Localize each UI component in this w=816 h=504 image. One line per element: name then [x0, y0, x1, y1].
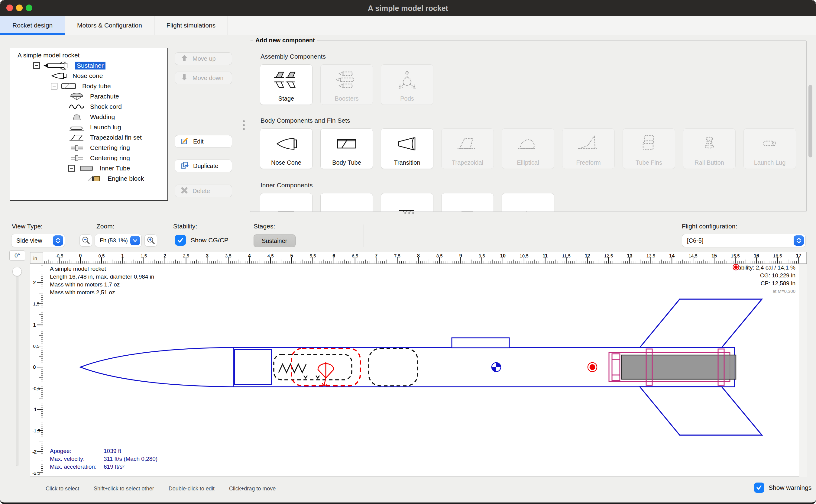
- flight-config-select[interactable]: [C6-5]: [682, 234, 806, 247]
- svg-text:4,5: 4,5: [267, 253, 274, 258]
- move-down-button[interactable]: Move down: [175, 72, 232, 84]
- bodytube-icon: [60, 82, 77, 90]
- tree-item-label: Wadding: [88, 113, 117, 121]
- tree-expander-icon[interactable]: [33, 62, 40, 69]
- tiles-row-assembly-components: StageBoostersPods: [260, 64, 433, 105]
- tree-item-wadding[interactable]: Wadding: [10, 112, 167, 122]
- svg-text:14: 14: [669, 253, 675, 258]
- show-cgcp-checkbox[interactable]: [175, 235, 186, 246]
- fin-lower-outline: [640, 387, 762, 435]
- show-cgcp-label: Show CG/CP: [191, 237, 228, 244]
- canvas-hints: Click to selectShift+click to select oth…: [46, 486, 290, 492]
- tree-item-centering-ring[interactable]: Centering ring: [10, 143, 167, 153]
- svg-text:1: 1: [33, 322, 36, 328]
- engineblock-icon: [86, 175, 103, 183]
- zoom-out-button[interactable]: [79, 234, 92, 247]
- svg-text:0,5: 0,5: [98, 253, 105, 258]
- duplicate-button[interactable]: Duplicate: [175, 160, 232, 172]
- tab-flight-simulations[interactable]: Flight simulations: [154, 16, 228, 35]
- component-tile-launch-lug: Launch Lug: [743, 128, 796, 169]
- tab-motors-configuration[interactable]: Motors & Configuration: [65, 16, 154, 35]
- rocket-info-line: Mass with no motors 1,7 oz: [50, 281, 154, 289]
- delete-button[interactable]: Delete: [175, 185, 232, 197]
- tile-label: Elliptical: [517, 159, 539, 166]
- svg-text:5: 5: [290, 253, 293, 258]
- tab-rocket-design[interactable]: Rocket design: [0, 16, 65, 35]
- component-tree[interactable]: A simple model rocketSustainerNose coneB…: [10, 48, 168, 201]
- tree-item-label: Trapezoidal fin set: [88, 134, 144, 141]
- svg-text:-2: -2: [32, 449, 37, 454]
- tree-item-engine-block[interactable]: Engine block: [10, 173, 167, 184]
- engineblock2-icon: [516, 193, 540, 212]
- horizontal-splitter-handle[interactable]: [404, 212, 414, 214]
- title-bar: A simple model rocket: [0, 0, 816, 16]
- button-label: Move down: [193, 75, 223, 82]
- tree-item-label: Sustainer: [75, 62, 105, 69]
- tree-item-centering-ring[interactable]: Centering ring: [10, 153, 167, 163]
- component-tile-nose-cone[interactable]: Nose Cone: [260, 128, 312, 169]
- component-tile-stage[interactable]: Stage: [260, 64, 312, 105]
- rotation-slider-thumb[interactable]: [12, 267, 22, 276]
- rotation-slider-track[interactable]: [16, 270, 18, 466]
- panel-scrollbar-thumb[interactable]: [808, 85, 812, 157]
- component-tile-centeringring2[interactable]: [381, 193, 433, 212]
- boosters-icon: [335, 65, 359, 95]
- show-warnings-label: Show warnings: [769, 484, 811, 491]
- show-warnings-checkbox[interactable]: [754, 483, 764, 493]
- rocket-info-text: A simple model rocketLength 16,748 in, m…: [50, 265, 154, 296]
- svg-text:2,5: 2,5: [183, 253, 189, 258]
- tree-item-a-simple-model-rocket[interactable]: A simple model rocket: [10, 50, 167, 60]
- tree-item-nose-cone[interactable]: Nose cone: [10, 71, 167, 81]
- tile-label: Freeform: [576, 159, 601, 166]
- svg-text:12: 12: [585, 253, 590, 258]
- canvas-right-gutter: [799, 264, 807, 477]
- component-tile-pods: Pods: [381, 64, 433, 105]
- elliptical-icon: [516, 129, 540, 159]
- zoom-in-button[interactable]: [144, 234, 157, 247]
- launchlug-icon: [68, 123, 85, 131]
- stage-toggle-sustainer[interactable]: Sustainer: [254, 234, 296, 247]
- ruler-unit-label: in: [33, 256, 37, 261]
- rotation-angle-box: 0°: [9, 250, 25, 261]
- component-tile-transition[interactable]: Transition: [381, 128, 433, 169]
- zoom-level-select[interactable]: Fit (53,1%): [95, 234, 142, 247]
- move-up-button[interactable]: Move up: [175, 52, 232, 65]
- svg-text:11,5: 11,5: [562, 253, 571, 258]
- hint-text: Click to select: [46, 486, 79, 492]
- component-tile-body-tube[interactable]: Body Tube: [320, 128, 373, 169]
- tree-expander-icon[interactable]: [68, 165, 75, 172]
- vertical-splitter-handle[interactable]: [243, 120, 245, 130]
- chevron-updown-icon: [794, 235, 804, 246]
- component-tile-bulkhead[interactable]: [320, 193, 373, 212]
- tree-item-parachute[interactable]: Parachute: [10, 91, 167, 102]
- tree-item-inner-tube[interactable]: Inner Tube: [10, 163, 167, 173]
- svg-text:6,5: 6,5: [352, 253, 358, 258]
- nosecone-icon: [51, 72, 68, 80]
- launchlug-icon: [758, 129, 782, 159]
- svg-text:13: 13: [627, 253, 633, 258]
- svg-text:16: 16: [754, 253, 759, 258]
- tubefins-icon: [637, 129, 661, 159]
- tree-item-body-tube[interactable]: Body tube: [10, 81, 167, 91]
- edit-button[interactable]: Edit: [175, 135, 232, 148]
- tree-item-launch-lug[interactable]: Launch lug: [10, 122, 167, 132]
- add-component-title: Add new component: [253, 37, 317, 44]
- tree-item-label: Launch lug: [88, 123, 123, 131]
- svg-text:10,5: 10,5: [520, 253, 528, 258]
- flight-label: Apogee:: [50, 447, 104, 455]
- tree-item-shock-cord[interactable]: Shock cord: [10, 102, 167, 112]
- tree-item-trapezoidal-fin-set[interactable]: Trapezoidal fin set: [10, 132, 167, 143]
- rocket-design-canvas[interactable]: -0,500,511,522,533,544,555,566,577,588,5…: [30, 252, 807, 477]
- arrow-down-icon: [180, 73, 188, 83]
- component-tile-engineblockt[interactable]: [441, 193, 494, 212]
- component-tile-engineblock2[interactable]: [502, 193, 554, 212]
- svg-text:13,5: 13,5: [646, 253, 655, 258]
- tree-item-label: Engine block: [106, 175, 146, 183]
- component-tile-coupler[interactable]: [260, 193, 312, 212]
- tree-expander-icon[interactable]: [51, 83, 57, 89]
- view-type-select[interactable]: Side view: [11, 234, 65, 247]
- svg-text:12,5: 12,5: [604, 253, 613, 258]
- tree-item-label: Inner Tube: [98, 164, 132, 172]
- tree-item-sustainer[interactable]: Sustainer: [10, 60, 167, 71]
- svg-text:10: 10: [500, 253, 506, 258]
